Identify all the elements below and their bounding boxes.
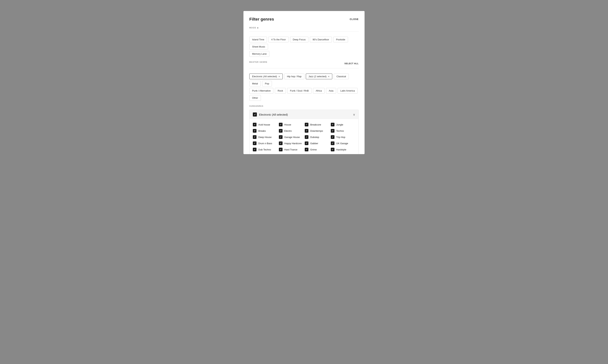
mood-tag-memory-lane[interactable]: Memory Lane [249,51,269,57]
jazz-label: Jazz (2 selected) [309,75,327,78]
subgenres-label: SUBGENRES [249,105,359,107]
uk-garage-checkmark-icon: ✓ [332,142,334,144]
dub-techno-checkmark-icon: ✓ [254,148,256,151]
genre-tag-hiphop-rap[interactable]: Hip hop / Rap [284,74,304,79]
genre-tag-pop[interactable]: Pop [262,81,272,86]
genre-tag-jazz[interactable]: Jazz (2 selected) × [306,74,332,79]
master-genre-divider [249,68,359,68]
electro-checkmark-icon: ✓ [280,130,282,132]
electronic-checkbox[interactable]: ✓ [253,113,257,117]
genre-tag-classical[interactable]: Classical [334,74,349,79]
garage-house-checkbox[interactable]: ✓ [279,135,283,139]
electro-label: Electro [284,130,292,132]
trip-hop-checkbox[interactable]: ✓ [331,135,335,139]
mood-tag-sheet-music[interactable]: Sheet Music [249,44,268,50]
genre-tag-electronic[interactable]: Electronic (All selected) × [249,74,283,79]
electro-checkbox[interactable]: ✓ [279,129,283,133]
dubstep-checkbox[interactable]: ✓ [305,135,308,139]
master-genre-section: MASTER GENRE SELECT ALL Electronic (All … [249,61,359,101]
house-checkbox[interactable]: ✓ [279,123,283,126]
subgenre-electro[interactable]: ✓ Electro [279,129,303,133]
genre-tag-rock[interactable]: Rock [275,88,286,93]
subgenre-techno[interactable]: ✓ Techno [331,129,355,133]
subgenre-trip-hop[interactable]: ✓ Trip Hop [331,135,355,139]
grime-checkbox[interactable]: ✓ [305,148,308,151]
genre-tag-funk-soul-rnb[interactable]: Funk / Soul / RnB [287,88,311,93]
jungle-checkbox[interactable]: ✓ [331,123,335,126]
deep-house-label: Deep House [258,136,272,139]
trip-hop-checkmark-icon: ✓ [332,136,334,138]
mood-tag-4-to-the-floor[interactable]: 4 To the Floor [268,37,288,42]
subgenre-uk-garage[interactable]: ✓ UK Garage [331,142,355,145]
genre-tag-africa[interactable]: Africa [313,88,324,93]
select-all-button[interactable]: SELECT ALL [345,62,359,65]
genre-tag-metal[interactable]: Metal [249,81,261,86]
subgenre-garage-house[interactable]: ✓ Garage House [279,135,303,139]
uk-garage-label: UK Garage [336,142,348,145]
downtempo-checkbox[interactable]: ✓ [305,129,308,133]
subgenre-breakcore[interactable]: ✓ Breakcore [305,123,329,126]
subgenre-gabber[interactable]: ✓ Gabber [305,142,329,145]
breakcore-checkbox[interactable]: ✓ [305,123,308,126]
punk-alt-label: Punk / Alternative [252,89,271,92]
subgenre-drum-n-bass[interactable]: ✓ Drum n Bass [253,142,277,145]
subgenre-deep-house[interactable]: ✓ Deep House [253,135,277,139]
downtempo-label: Downtempo [310,130,323,132]
mood-tag-90s-dancefloor[interactable]: 90's Dancefloor [310,37,332,42]
hardstyle-checkbox[interactable]: ✓ [331,148,335,151]
hardstyle-label: Hardstyle [336,148,346,151]
master-genre-header: MASTER GENRE SELECT ALL [249,61,359,66]
mood-tags-row: Island Time 4 To the Floor Deep Focus 90… [249,37,359,50]
garage-house-label: Garage House [284,136,300,139]
dubstep-label: Dubstep [310,136,319,139]
breaks-checkmark-icon: ✓ [254,130,256,132]
subgenre-acid-house[interactable]: ✓ Acid house [253,123,277,126]
gabber-checkbox[interactable]: ✓ [305,142,308,145]
drum-n-bass-checkbox[interactable]: ✓ [253,142,257,145]
dub-techno-checkbox[interactable]: ✓ [253,148,257,151]
acid-house-checkbox[interactable]: ✓ [253,123,257,126]
happy-hardcore-checkbox[interactable]: ✓ [279,142,283,145]
backdrop: Filter genres CLOSE MOOD Island Time 4 T… [0,0,608,364]
hiphop-rap-label: Hip hop / Rap [287,75,302,78]
subgenre-breaks[interactable]: ✓ Breaks [253,129,277,133]
close-button[interactable]: CLOSE [350,17,359,21]
subgenre-hardstyle[interactable]: ✓ Hardstyle [331,148,355,151]
uk-garage-checkbox[interactable]: ✓ [331,142,335,145]
accordion-electronic-header[interactable]: ✓ Electronic (All selected) ∨ [249,110,359,119]
subgenre-happy-hardcore[interactable]: ✓ Happy Hardcore [279,142,303,145]
subgenre-grime[interactable]: ✓ Grime [305,148,329,151]
subgenre-hard-trance[interactable]: ✓ Hard Trance [279,148,303,151]
genre-tag-asia[interactable]: Asia [326,88,336,93]
subgenre-dubstep[interactable]: ✓ Dubstep [305,135,329,139]
deep-house-checkbox[interactable]: ✓ [253,135,257,139]
subgenre-dub-techno[interactable]: ✓ Dub Techno [253,148,277,151]
pop-label: Pop [265,82,269,85]
mood-tag-poolside[interactable]: Poolside [333,37,348,42]
subgenre-house[interactable]: ✓ House [279,123,303,126]
jungle-label: Jungle [336,123,343,126]
house-checkmark-icon: ✓ [280,123,282,126]
jazz-remove-icon[interactable]: × [328,75,329,78]
breaks-checkbox[interactable]: ✓ [253,129,257,133]
genre-tag-latin-america[interactable]: Latin America [337,88,358,93]
drum-n-bass-checkmark-icon: ✓ [254,142,256,144]
subgenre-downtempo[interactable]: ✓ Downtempo [305,129,329,133]
house-label: House [284,123,291,126]
mood-tag-island-time[interactable]: Island Time [249,37,267,42]
electronic-remove-icon[interactable]: × [279,75,280,78]
modal-title: Filter genres [249,17,274,22]
subgenre-jungle[interactable]: ✓ Jungle [331,123,355,126]
hard-trance-checkbox[interactable]: ✓ [279,148,283,151]
filter-genres-modal: Filter genres CLOSE MOOD Island Time 4 T… [244,11,364,154]
mood-divider [249,31,359,32]
genre-tag-punk-alt[interactable]: Punk / Alternative [249,88,273,93]
gabber-label: Gabber [310,142,318,145]
dubstep-checkmark-icon: ✓ [306,136,308,138]
mood-label: MOOD [249,27,359,29]
mood-tag-deep-focus[interactable]: Deep Focus [290,37,308,42]
modal-header: Filter genres CLOSE [249,17,359,22]
techno-checkbox[interactable]: ✓ [331,129,335,133]
happy-hardcore-checkmark-icon: ✓ [280,142,282,144]
genre-tag-other[interactable]: Other [249,95,261,101]
